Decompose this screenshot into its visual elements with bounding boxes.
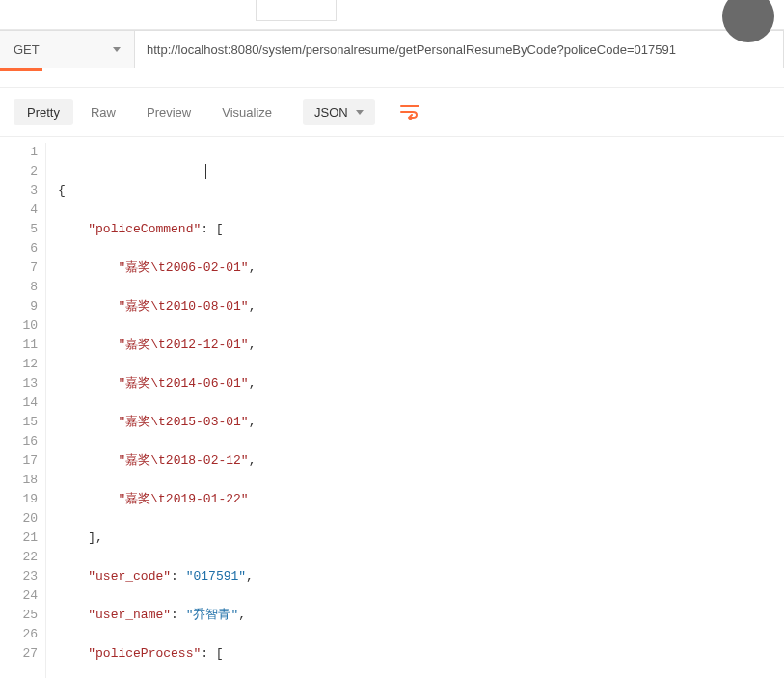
chevron-down-icon [356, 110, 364, 115]
request-row: GET [0, 29, 784, 68]
format-select[interactable]: JSON [303, 99, 375, 125]
toggle-wrap-button[interactable] [392, 97, 427, 126]
code-content[interactable]: { "policeCommend": [ "嘉奖\t2006-02-01", "… [46, 143, 784, 678]
divider [0, 68, 784, 88]
http-method-label: GET [14, 42, 40, 57]
response-view-tabs: Pretty Raw Preview Visualize JSON [0, 88, 784, 137]
active-tab-indicator [0, 68, 42, 71]
chevron-down-icon [113, 47, 121, 52]
wrap-icon [400, 104, 419, 120]
http-method-select[interactable]: GET [0, 30, 135, 68]
text-cursor [205, 164, 206, 179]
tab-raw[interactable]: Raw [77, 99, 129, 125]
tab-preview[interactable]: Preview [133, 99, 204, 125]
line-number-gutter: 123 456 789 101112 131415 161718 192021 … [0, 143, 46, 678]
tab-pretty[interactable]: Pretty [14, 99, 73, 125]
small-panel [256, 0, 337, 21]
format-label: JSON [314, 105, 348, 120]
tab-visualize[interactable]: Visualize [208, 99, 285, 125]
request-url-input[interactable] [135, 30, 784, 68]
response-body[interactable]: 123 456 789 101112 131415 161718 192021 … [0, 137, 784, 678]
